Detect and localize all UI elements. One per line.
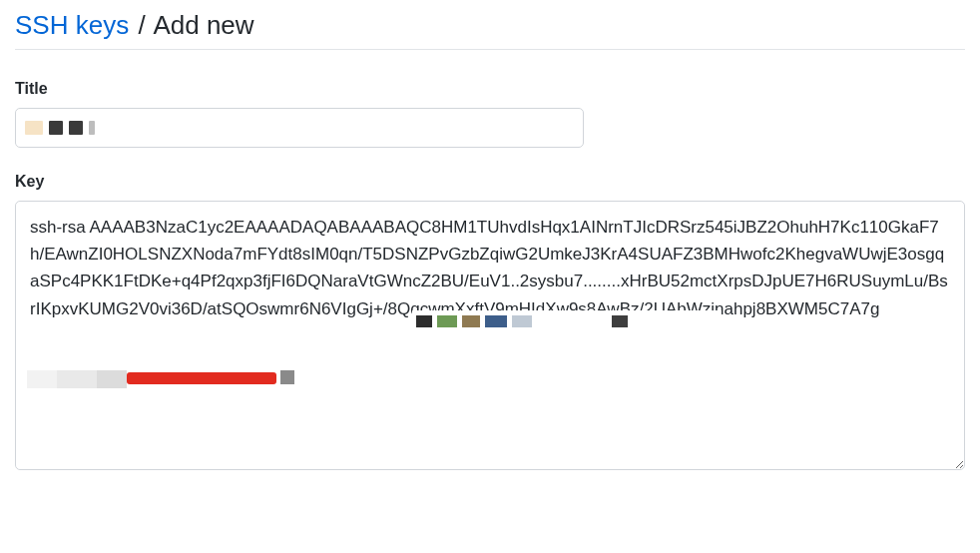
title-input[interactable] — [15, 108, 584, 148]
breadcrumb-link-ssh-keys[interactable]: SSH keys — [15, 10, 129, 40]
key-textarea[interactable] — [15, 201, 965, 470]
key-field-group: Key — [15, 173, 965, 474]
title-label: Title — [15, 80, 965, 98]
key-label: Key — [15, 173, 965, 191]
breadcrumb-current: Add new — [153, 10, 253, 40]
breadcrumb: SSH keys / Add new — [15, 10, 965, 50]
breadcrumb-separator: / — [138, 10, 145, 40]
title-field-group: Title — [15, 80, 965, 148]
